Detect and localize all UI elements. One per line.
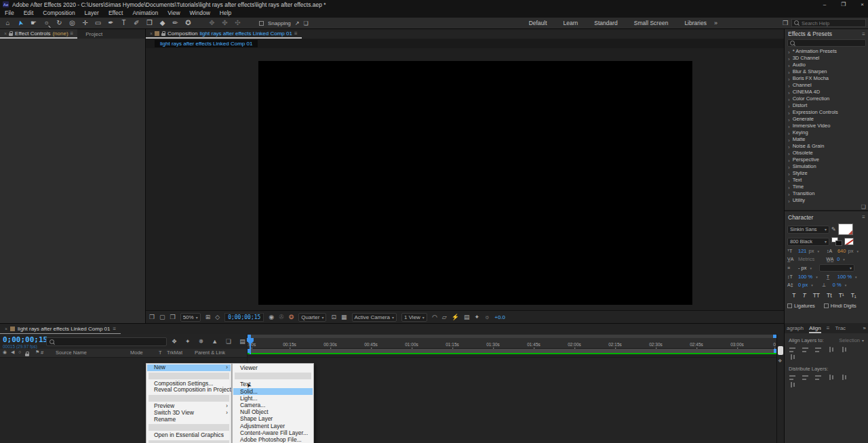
vertical-scale-spinner[interactable] xyxy=(814,274,818,280)
selection-tool[interactable]: ➤ xyxy=(14,18,26,28)
effects-category[interactable]: Perspective xyxy=(785,156,868,163)
workspace-tab[interactable]: Default xyxy=(529,20,547,26)
context-menu-item[interactable]: Rename xyxy=(147,417,231,423)
panel-menu-icon[interactable] xyxy=(862,214,865,220)
align-right-button[interactable] xyxy=(814,347,823,353)
comp-mini-flowchart-icon[interactable]: ❖ xyxy=(172,338,177,345)
tsume-spinner[interactable] xyxy=(844,282,847,288)
snap-features-icon[interactable] xyxy=(304,20,309,26)
effects-category[interactable]: Simulation xyxy=(785,163,868,169)
font-family-select[interactable]: Sinkin Sans xyxy=(787,226,829,234)
effects-category[interactable]: Audio xyxy=(785,61,868,68)
timeline-search-box[interactable] xyxy=(46,337,167,346)
show-channels-icon[interactable] xyxy=(289,314,294,320)
time-ruler[interactable]: :00s00:15s00:30s00:45s01:00s01:15s01:30s… xyxy=(248,338,776,349)
view-layout-select[interactable]: 1 View xyxy=(401,313,427,322)
motion-blur-icon[interactable]: ❏ xyxy=(226,338,231,345)
axis-mode-view-icon[interactable]: ✣ xyxy=(234,18,241,28)
type-tool[interactable]: T xyxy=(120,18,127,28)
timeline-tab[interactable]: light rays after effects Linked Comp 01 xyxy=(0,324,121,334)
pen-tool[interactable]: ✒ xyxy=(107,18,115,28)
grid-guides-icon[interactable] xyxy=(205,314,211,320)
snap-edges-icon[interactable] xyxy=(295,20,300,26)
effects-category[interactable]: Channel xyxy=(785,81,868,88)
new-preset-icon[interactable] xyxy=(861,204,866,210)
minimize-button[interactable]: – xyxy=(823,1,826,7)
tab-project[interactable]: Project xyxy=(77,31,111,37)
tracking-spinner[interactable] xyxy=(842,256,845,262)
context-menu-item[interactable] xyxy=(149,395,229,402)
tab-effect-controls[interactable]: Effect Controls (none) xyxy=(0,29,77,39)
submenu-item[interactable]: Adobe Photoshop File... xyxy=(233,436,313,443)
submenu-item[interactable]: Null Object xyxy=(233,408,313,415)
column-label[interactable]: Mode xyxy=(130,350,143,356)
effects-category[interactable]: Color Correction xyxy=(785,95,868,102)
help-search-input[interactable] xyxy=(802,20,863,26)
baseline-shift-value[interactable]: 0 px xyxy=(798,282,808,288)
menu-item[interactable]: Animation xyxy=(127,9,163,18)
audio-icon[interactable] xyxy=(11,350,14,355)
viewer-subtab[interactable]: light rays after effects Linked Comp 01 xyxy=(155,40,258,47)
effects-category[interactable]: Expression Controls xyxy=(785,108,868,115)
context-menu-item[interactable] xyxy=(149,440,229,443)
menu-item[interactable]: Help xyxy=(215,9,236,18)
context-menu-item[interactable]: Reveal Composition in Project xyxy=(147,387,231,394)
effects-category[interactable]: Distort xyxy=(785,102,868,108)
fill-stroke-swatches[interactable] xyxy=(831,237,842,246)
magnification-select[interactable]: 50% xyxy=(180,313,201,322)
baseline-shift-spinner[interactable] xyxy=(810,282,813,288)
mask-visibility-icon[interactable] xyxy=(215,314,220,320)
effects-search-box[interactable] xyxy=(787,39,866,47)
draft-3d-icon[interactable]: ✦ xyxy=(185,338,191,345)
leading-spinner[interactable] xyxy=(855,248,859,254)
solo-icon[interactable] xyxy=(18,350,21,354)
composition-viewport[interactable] xyxy=(258,61,692,305)
workspace-overflow-icon[interactable] xyxy=(714,20,717,26)
puppet-pin-tool[interactable]: ✪ xyxy=(184,18,192,28)
shape-tool[interactable]: ▭ xyxy=(94,18,102,28)
panel-menu-icon[interactable] xyxy=(113,326,116,332)
menu-item[interactable]: Effect xyxy=(104,9,128,18)
panel-menu-icon[interactable] xyxy=(71,30,74,37)
workspace-tab[interactable]: Learn xyxy=(564,20,578,26)
workspace-tab[interactable]: Standard xyxy=(594,20,618,26)
rotation-tool[interactable]: ↻ xyxy=(56,18,63,28)
submenu-item[interactable]: Content-Aware Fill Layer... xyxy=(233,429,313,436)
always-preview-icon[interactable] xyxy=(149,314,155,320)
close-tab-icon[interactable] xyxy=(150,31,153,36)
distribute-bottom-button[interactable] xyxy=(814,375,823,381)
menu-item[interactable]: Edit xyxy=(19,9,39,18)
current-timecode[interactable]: 0;00;00;15 xyxy=(3,335,47,344)
column-label[interactable]: # xyxy=(41,350,43,356)
vertical-scale-value[interactable]: 100 % xyxy=(798,274,812,280)
column-label[interactable]: Source Name xyxy=(56,350,87,356)
axis-mode-world-icon[interactable]: ✤ xyxy=(221,18,229,28)
exposure-value[interactable]: +0.0 xyxy=(494,314,505,320)
video-monitor-icon[interactable] xyxy=(159,314,165,320)
distribute-left-button[interactable] xyxy=(827,375,836,381)
effects-category[interactable]: Immersive Video xyxy=(785,122,868,129)
flowchart-button-icon[interactable] xyxy=(474,314,479,320)
effects-category[interactable]: Time xyxy=(785,183,868,190)
video-eye-icon[interactable] xyxy=(3,350,7,355)
comp-marker-icon[interactable] xyxy=(778,358,782,364)
menu-item[interactable]: Composition xyxy=(38,9,79,18)
effects-category[interactable]: Blur & Sharpen xyxy=(785,68,868,75)
column-label[interactable]: Parent & Link xyxy=(195,350,225,356)
ligatures-checkbox[interactable] xyxy=(787,303,792,308)
align-to-select[interactable]: Selection xyxy=(839,337,864,343)
distribute-right-button[interactable] xyxy=(789,382,797,388)
submenu-item[interactable]: Adjustment Layer xyxy=(233,423,313,429)
faux-italic-button[interactable]: T xyxy=(802,292,806,299)
graph-editor-icon[interactable]: ▤ xyxy=(239,338,245,345)
align-left-button[interactable] xyxy=(789,347,797,353)
brush-tool[interactable]: ✐ xyxy=(133,18,140,28)
menu-item[interactable]: File xyxy=(0,9,19,18)
font-size-spinner[interactable] xyxy=(816,248,819,254)
faux-bold-button[interactable]: T xyxy=(792,292,795,299)
workspace-switcher-icon[interactable] xyxy=(783,20,788,26)
eyedropper-icon[interactable] xyxy=(831,226,836,232)
snapshot-icon[interactable] xyxy=(269,314,274,320)
align-center-h-button[interactable] xyxy=(802,347,810,353)
home-tool[interactable]: ⌂ xyxy=(4,18,12,28)
